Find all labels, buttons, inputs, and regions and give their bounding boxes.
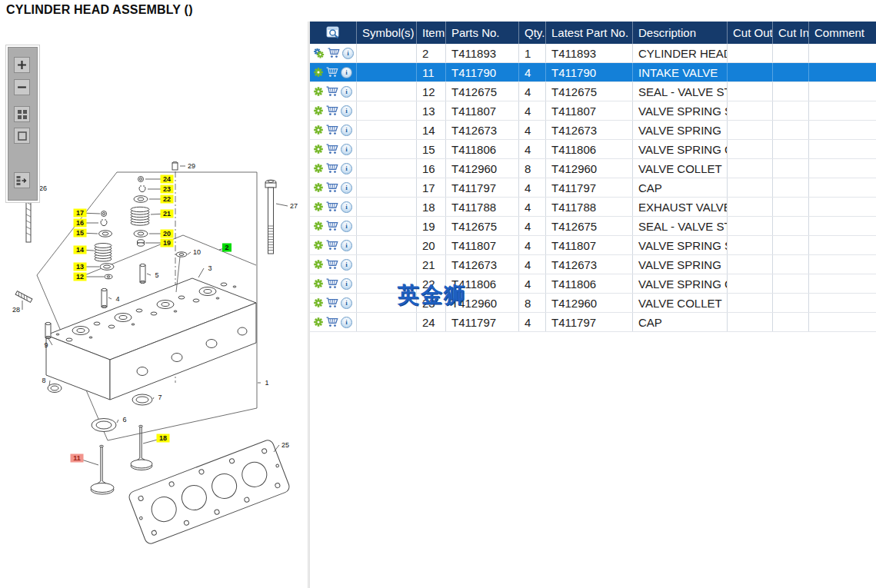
parts-diagram[interactable]: 2926242322212019171615141312102327542898… (0, 43, 308, 588)
cart-icon[interactable] (325, 317, 338, 327)
cart-icon[interactable] (325, 240, 338, 251)
callout-15[interactable]: 15 (74, 229, 98, 238)
callout-1[interactable]: 1 (258, 379, 269, 387)
column-header-parts-no[interactable]: Parts No. (446, 22, 519, 44)
table-row-item-23[interactable]: i23T4129608T412960VALVE COLLET (310, 294, 876, 313)
callout-11[interactable]: 11 (71, 454, 99, 466)
column-header-symbol-s[interactable]: Symbol(s) (357, 22, 417, 44)
gear-icon[interactable] (314, 145, 323, 154)
cart-icon[interactable] (325, 163, 338, 174)
callout-7[interactable]: 7 (153, 394, 162, 401)
cart-icon[interactable] (325, 86, 338, 97)
gear-icon[interactable] (314, 202, 323, 211)
column-header-comment[interactable]: Comment (809, 22, 876, 44)
info-icon[interactable]: i (341, 105, 352, 117)
gear-icon[interactable] (314, 106, 323, 115)
rect-zoom-button[interactable] (14, 128, 30, 144)
info-icon[interactable]: i (342, 48, 354, 59)
cart-icon[interactable] (325, 297, 338, 308)
info-icon[interactable]: i (341, 278, 352, 290)
column-header-item[interactable]: Item (417, 22, 446, 44)
info-icon[interactable]: i (341, 67, 352, 78)
gear-icon[interactable] (314, 260, 323, 269)
table-row-item-22[interactable]: i22T4118064T411806VALVE SPRING CAP (310, 274, 876, 294)
gear-icon[interactable] (314, 279, 323, 288)
gear-icon[interactable] (314, 164, 323, 173)
preview-image-icon[interactable] (326, 26, 341, 39)
callout-10[interactable]: 10 (188, 248, 201, 256)
grid-view-button[interactable] (14, 106, 30, 122)
gear-icon[interactable] (314, 298, 323, 307)
gear-icon[interactable] (314, 68, 323, 77)
callout-6[interactable]: 6 (117, 416, 127, 424)
cart-icon[interactable] (327, 48, 340, 58)
callout-3[interactable]: 3 (198, 264, 212, 277)
info-icon[interactable]: i (341, 201, 352, 213)
callout-28[interactable]: 28 (12, 301, 22, 314)
column-header-cut-out[interactable]: Cut Out (728, 22, 773, 44)
cart-icon[interactable] (325, 221, 338, 231)
table-row-item-20[interactable]: i20T4118074T411807VALVE SPRING SEAT (310, 236, 876, 255)
callout-23[interactable]: 23 (148, 185, 174, 194)
table-row-item-12[interactable]: i12T4126754T412675SEAL - VALVE STEM (310, 82, 876, 101)
column-header-cut-in[interactable]: Cut In (773, 22, 809, 44)
callout-24[interactable]: 24 (145, 175, 174, 184)
callout-20[interactable]: 20 (149, 230, 174, 238)
callout-13[interactable]: 13 (74, 263, 100, 271)
table-row-item-15[interactable]: i15T4118064T411806VALVE SPRING CAP (310, 140, 876, 159)
callout-5[interactable]: 5 (147, 271, 159, 279)
info-icon[interactable]: i (341, 125, 352, 136)
table-row-item-16[interactable]: i16T4129608T412960VALVE COLLET (310, 159, 876, 178)
column-header-description[interactable]: Description (633, 22, 728, 44)
cart-icon[interactable] (325, 182, 338, 193)
cart-icon[interactable] (325, 201, 338, 212)
gear-icon[interactable] (314, 241, 323, 250)
info-icon[interactable]: i (341, 259, 352, 271)
callout-19[interactable]: 19 (145, 239, 174, 247)
info-icon[interactable]: i (341, 297, 352, 309)
zoom-out-button[interactable] (14, 79, 30, 95)
cart-icon[interactable] (325, 144, 338, 154)
column-header-icons[interactable] (310, 22, 357, 44)
diagram-panel[interactable]: 2926242322212019171615141312102327542898… (0, 22, 308, 588)
cart-icon[interactable] (325, 105, 338, 116)
callout-22[interactable]: 22 (149, 195, 174, 204)
table-row-item-2[interactable]: i2T4118931T411893CYLINDER HEAD ASSEMBLY (310, 44, 876, 63)
callout-8[interactable]: 8 (42, 377, 50, 386)
callout-4[interactable]: 4 (108, 295, 120, 303)
info-icon[interactable]: i (341, 221, 352, 232)
callout-25[interactable]: 25 (274, 441, 289, 452)
toggle-list-button[interactable] (14, 172, 30, 188)
cart-icon[interactable] (325, 259, 338, 270)
info-icon[interactable]: i (341, 163, 352, 174)
table-row-item-14[interactable]: i14T4126734T412673VALVE SPRING (310, 121, 876, 140)
table-row-item-19[interactable]: i19T4126754T412675SEAL - VALVE STEM (310, 217, 876, 236)
callout-29[interactable]: 29 (180, 162, 195, 170)
cart-icon[interactable] (325, 278, 338, 289)
column-header-qty[interactable]: Qty. (519, 22, 546, 44)
gears-icon[interactable] (314, 48, 325, 58)
gear-icon[interactable] (314, 317, 323, 327)
callout-14[interactable]: 14 (74, 246, 95, 254)
info-icon[interactable]: i (341, 144, 352, 155)
cart-icon[interactable] (325, 125, 338, 135)
column-header-latest-part-no[interactable]: Latest Part No. (546, 22, 633, 44)
callout-27[interactable]: 27 (276, 202, 298, 210)
callout-18[interactable]: 18 (143, 434, 170, 444)
cart-icon[interactable] (325, 67, 338, 78)
table-row-item-13[interactable]: i13T4118074T411807VALVE SPRING SEAT (310, 101, 876, 121)
table-row-item-24[interactable]: i24T4117974T411797CAP (310, 313, 876, 332)
info-icon[interactable]: i (341, 86, 352, 98)
gear-icon[interactable] (314, 221, 323, 231)
info-icon[interactable]: i (341, 240, 352, 251)
table-row-item-18[interactable]: i18T4117884T411788EXHAUST VALVE (310, 198, 876, 217)
table-row-item-17[interactable]: i17T4117974T411797CAP (310, 178, 876, 198)
info-icon[interactable]: i (341, 317, 352, 328)
gear-icon[interactable] (314, 87, 323, 96)
callout-21[interactable]: 21 (151, 210, 174, 218)
table-row-item-21[interactable]: i21T4126734T412673VALVE SPRING (310, 255, 876, 274)
table-row-item-11[interactable]: i11T4117904T411790INTAKE VALVE (310, 63, 876, 82)
zoom-in-button[interactable] (14, 57, 30, 73)
gear-icon[interactable] (314, 183, 323, 192)
callout-17[interactable]: 17 (74, 209, 101, 218)
